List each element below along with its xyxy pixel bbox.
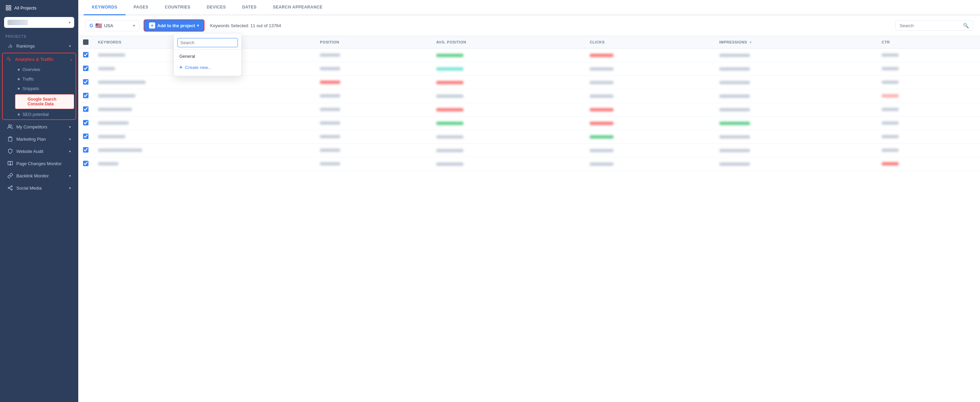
sidebar-subitem-snippets[interactable]: Snippets	[14, 84, 76, 93]
dropdown-create-new[interactable]: + Create new...	[174, 62, 241, 73]
impressions-cell	[714, 157, 877, 171]
ctr-cell	[877, 103, 980, 117]
add-to-project-button[interactable]: + Add to the project ▾	[143, 19, 205, 32]
impressions-cell	[714, 144, 877, 157]
clicks-cell	[585, 117, 714, 130]
row-checkbox[interactable]	[83, 106, 89, 112]
sidebar-subitem-google-console[interactable]: Google Search Console Data	[15, 94, 74, 109]
sidebar-subitem-seo-potential[interactable]: SEO potential	[14, 110, 76, 119]
impressions-cell	[714, 49, 877, 62]
sidebar-subitem-traffic[interactable]: Traffic	[14, 74, 76, 84]
avg-position-cell	[431, 157, 585, 171]
sidebar-subitem-overview[interactable]: Overview	[14, 65, 76, 74]
clicks-cell	[585, 144, 714, 157]
chevron-icon: ▾	[69, 44, 71, 48]
position-cell	[315, 76, 431, 89]
row-checkbox-cell	[78, 62, 93, 76]
shield-icon	[8, 149, 13, 154]
sidebar-item-page-changes-label: Page Changes Monitor	[16, 161, 62, 166]
row-checkbox[interactable]	[83, 133, 89, 139]
impressions-cell	[714, 89, 877, 103]
row-checkbox[interactable]	[83, 147, 89, 153]
svg-rect-8	[9, 137, 11, 138]
ctr-cell	[877, 144, 980, 157]
row-checkbox[interactable]	[83, 66, 89, 71]
row-checkbox[interactable]	[83, 120, 89, 125]
keywords-table-container: KEYWORDS POSITION AVG. POSITION CLICKS I…	[78, 36, 980, 402]
position-cell	[315, 130, 431, 144]
impressions-cell	[714, 117, 877, 130]
row-checkbox[interactable]	[83, 161, 89, 166]
activity-icon	[6, 56, 11, 62]
avg-position-cell	[431, 89, 585, 103]
impressions-cell	[714, 103, 877, 117]
project-selector[interactable]: ▾	[4, 17, 74, 28]
svg-line-13	[10, 187, 11, 188]
search-icon: 🔍	[963, 23, 969, 28]
ctr-cell	[877, 117, 980, 130]
sidebar-item-competitors[interactable]: My Competitors ▾	[2, 121, 76, 133]
search-input[interactable]	[900, 23, 961, 28]
sidebar-item-rankings[interactable]: Rankings ▾	[2, 40, 76, 52]
search-box[interactable]: 🔍	[895, 21, 973, 30]
position-cell	[315, 144, 431, 157]
header-checkbox[interactable]	[83, 40, 89, 45]
tab-countries[interactable]: COUNTRIES	[156, 0, 198, 15]
tab-bar: KEYWORDS PAGES COUNTRIES DEVICES DATES S…	[78, 0, 980, 15]
clicks-cell	[585, 157, 714, 171]
tab-devices[interactable]: DEVICES	[198, 0, 234, 15]
sort-icon[interactable]: ▾	[749, 40, 752, 44]
row-checkbox-cell	[78, 144, 93, 157]
ctr-cell	[877, 49, 980, 62]
sidebar-item-website-audit[interactable]: Website Audit ▾	[2, 146, 76, 157]
all-projects-link[interactable]: All Projects	[0, 0, 78, 16]
keywords-selected-info: Keywords Selected: 11 out of 13764	[210, 23, 281, 28]
position-cell	[315, 103, 431, 117]
tab-dates[interactable]: DATES	[234, 0, 265, 15]
table-row	[78, 117, 980, 130]
tab-pages[interactable]: PAGES	[126, 0, 157, 15]
position-cell	[315, 89, 431, 103]
keyword-cell	[93, 76, 315, 89]
sidebar-item-page-changes[interactable]: Page Changes Monitor	[2, 158, 76, 169]
dot-icon	[18, 114, 20, 116]
main-content: KEYWORDS PAGES COUNTRIES DEVICES DATES S…	[78, 0, 980, 402]
analytics-submenu: Overview Traffic Snippets Google Search …	[3, 65, 76, 119]
row-checkbox-cell	[78, 157, 93, 171]
header-checkbox-col	[78, 36, 93, 49]
home-icon	[5, 5, 11, 11]
sidebar-item-social[interactable]: Social Media ▾	[2, 182, 76, 194]
svg-point-7	[8, 125, 10, 127]
dropdown-item-general[interactable]: General	[174, 51, 241, 62]
sidebar-item-marketing[interactable]: Marketing Plan ▾	[2, 133, 76, 145]
table-row	[78, 157, 980, 171]
row-checkbox-cell	[78, 103, 93, 117]
chevron-down-icon: ▾	[69, 21, 71, 25]
keyword-cell	[93, 144, 315, 157]
chevron-icon: ▾	[69, 137, 71, 141]
row-checkbox[interactable]	[83, 52, 89, 57]
analytics-group: Analytics & Traffic ▴ Overview Traffic S…	[2, 53, 76, 120]
project-logo	[8, 20, 28, 25]
sidebar-item-backlink[interactable]: Backlink Monitor ▾	[2, 170, 76, 182]
tab-search-appearance[interactable]: SEARCH APPEARANCE	[265, 0, 331, 15]
dropdown-search-input[interactable]	[177, 38, 238, 47]
row-checkbox[interactable]	[83, 79, 89, 85]
sidebar-item-analytics[interactable]: Analytics & Traffic ▴	[3, 53, 76, 65]
projects-section-label: PROJECTS	[0, 32, 78, 40]
clicks-cell	[585, 76, 714, 89]
clicks-cell	[585, 49, 714, 62]
keyword-cell	[93, 157, 315, 171]
google-console-label: Google Search Console Data	[27, 97, 70, 106]
header-avg-position: AVG. POSITION	[431, 36, 585, 49]
google-g-icon: G	[89, 23, 93, 28]
chevron-down-icon: ▾	[197, 24, 199, 28]
country-selector[interactable]: G 🇺🇸 USA ▾	[85, 20, 140, 31]
impressions-cell	[714, 62, 877, 76]
row-checkbox-cell	[78, 89, 93, 103]
row-checkbox[interactable]	[83, 93, 89, 98]
svg-rect-0	[6, 5, 8, 7]
table-row	[78, 89, 980, 103]
keyword-cell	[93, 89, 315, 103]
tab-keywords[interactable]: KEYWORDS	[84, 0, 126, 15]
